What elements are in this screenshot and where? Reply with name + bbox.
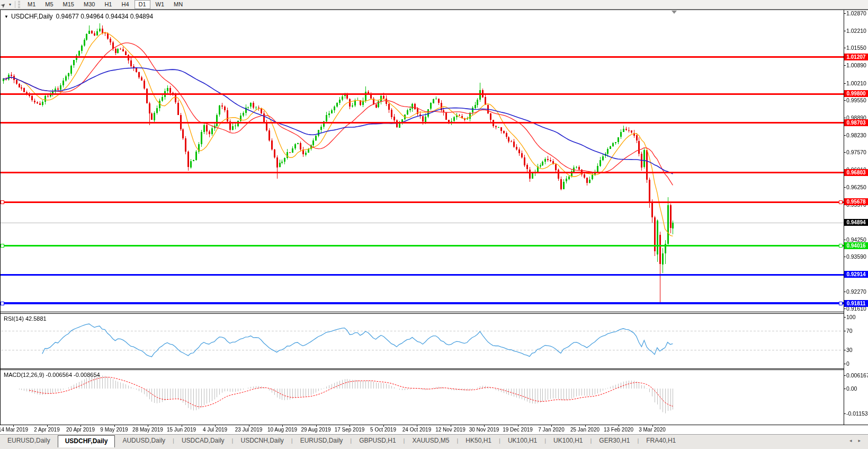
- ohlc-values: 0.94677 0.94964 0.94434 0.94894: [56, 13, 154, 20]
- timeframes-toolbar: ➤ ▾ M1M5M15M30H1H4D1W1MN: [0, 0, 868, 9]
- timeframe-button-m1[interactable]: M1: [23, 0, 40, 9]
- timeframe-buttons: M1M5M15M30H1H4D1W1MN: [23, 0, 187, 9]
- date-axis-label: 19 Dec 2019: [503, 427, 533, 433]
- rsi-axis-label: 100: [846, 314, 868, 320]
- chart-tab-hk50-h1[interactable]: HK50,H1: [458, 435, 499, 446]
- date-axis-label: 24 Oct 2019: [402, 427, 431, 433]
- trading-terminal-window: ➤ ▾ M1M5M15M30H1H4D1W1MN ▼USDCHF,Daily0.…: [0, 0, 868, 449]
- date-axis-label: 13 Feb 2020: [604, 427, 633, 433]
- date-axis-label: 9 May 2019: [100, 427, 128, 433]
- chart-tab-bar: EURUSD,DailyUSDCHF,DailyAUDUSD,Daily|USD…: [0, 434, 868, 449]
- price-axis-label: 1.02870: [846, 10, 868, 16]
- date-axis-label: 30 Nov 2019: [469, 427, 499, 433]
- timeframe-button-m30[interactable]: M30: [79, 0, 99, 9]
- price-axis-label: 1.00210: [846, 80, 868, 86]
- toolbar-separator: [15, 1, 15, 8]
- timeframe-button-h4[interactable]: H4: [117, 0, 133, 9]
- date-axis-label: 14 Mar 2019: [0, 427, 28, 433]
- date-axis-label: 29 Aug 2019: [301, 427, 330, 433]
- chart-tab-usdcnh-daily[interactable]: USDCNH,Daily: [233, 435, 291, 446]
- macd-indicator-label: MACD(12,26,9) -0.006564 -0.008654: [4, 372, 100, 378]
- date-axis-label: 12 Nov 2019: [435, 427, 466, 433]
- price-axis-label: 0.97570: [846, 149, 868, 155]
- date-axis-label: 10 Aug 2019: [267, 427, 297, 433]
- chart-tab-audusd-daily[interactable]: AUDUSD,Daily: [115, 435, 173, 446]
- tab-scroll-left-icon[interactable]: ◂: [849, 438, 852, 449]
- price-axis-label: 1.00890: [846, 62, 868, 68]
- macd-axis-label: 0.00: [846, 385, 868, 392]
- date-axis-label: 3 Mar 2020: [639, 427, 666, 433]
- chart-tab-fra40-h1[interactable]: FRA40,H1: [639, 435, 683, 446]
- chart-tab-gbpusd-h1[interactable]: GBPUSD,H1: [352, 435, 403, 446]
- rsi-axis-label: 0: [846, 360, 868, 367]
- price-badge-0.98703[interactable]: 0.98703: [844, 119, 868, 126]
- chart-tab-usdcad-daily[interactable]: USDCAD,Daily: [174, 435, 232, 446]
- date-axis-label: 4 Jul 2019: [203, 427, 227, 433]
- rsi-indicator-label: RSI(14) 42.5881: [4, 315, 47, 322]
- rsi-axis-label: 30: [846, 347, 868, 353]
- price-axis-label: 0.94250: [846, 236, 868, 243]
- current-price-badge: 0.94894: [844, 219, 868, 226]
- timeframe-button-m5[interactable]: M5: [41, 0, 57, 9]
- price-badge-0.96803[interactable]: 0.96803: [844, 169, 868, 176]
- rsi-axis-label: 70: [846, 328, 868, 334]
- date-axis-label: 25 Jan 2020: [570, 427, 599, 433]
- chart-tab-uk100-h1[interactable]: UK100,H1: [546, 435, 590, 446]
- toolbar-dropdown-caret-icon[interactable]: ▾: [9, 1, 11, 8]
- timeframe-button-w1[interactable]: W1: [151, 0, 169, 9]
- price-axis-label: 0.93590: [846, 253, 868, 260]
- price-axis-label: 0.99550: [846, 97, 868, 103]
- price-axis-label: 1.01550: [846, 45, 868, 51]
- macd-axis-label: -0.011531: [846, 410, 868, 417]
- date-axis-label: 2 Apr 2019: [34, 427, 59, 433]
- macd-axis-label: 0.006167: [846, 372, 868, 378]
- chart-tab-ger30-h1[interactable]: GER30,H1: [592, 435, 637, 446]
- tab-scroll-controls: ◂ ▸: [849, 435, 868, 449]
- date-axis-label: 7 Jan 2020: [538, 427, 565, 433]
- price-axis-label: 1.02210: [846, 28, 868, 34]
- chart-tab-eurusd-daily[interactable]: EURUSD,Daily: [293, 435, 351, 446]
- symbol-collapse-icon[interactable]: ▼: [4, 14, 8, 19]
- date-axis-label: 28 May 2019: [132, 427, 163, 433]
- date-axis-label: 23 Jul 2019: [235, 427, 263, 433]
- price-axis-label: 0.98230: [846, 132, 868, 138]
- price-badge-0.92914[interactable]: 0.92914: [844, 271, 868, 278]
- price-axis-label: 0.96250: [846, 184, 868, 190]
- price-badge-0.95678[interactable]: 0.95678: [844, 198, 868, 205]
- date-axis-label: 17 Sep 2019: [335, 427, 365, 433]
- price-axis-label: 0.92270: [846, 288, 868, 295]
- price-badge-0.91811[interactable]: 0.91811: [844, 300, 868, 307]
- chart-cursor-icon[interactable]: ➤: [0, 0, 10, 10]
- price-chart-canvas[interactable]: [0, 0, 868, 449]
- chart-tab-uk100-h1[interactable]: UK100,H1: [500, 435, 544, 446]
- timeframe-button-m15[interactable]: M15: [59, 0, 78, 9]
- chart-tab-usdchf-daily[interactable]: USDCHF,Daily: [58, 435, 115, 447]
- timeframe-button-h1[interactable]: H1: [100, 0, 116, 9]
- price-badge-0.94016[interactable]: 0.94016: [844, 242, 868, 249]
- date-axis-label: 20 Apr 2019: [66, 427, 95, 433]
- date-axis-label: 15 Jun 2019: [167, 427, 196, 433]
- timeframe-button-d1[interactable]: D1: [135, 0, 150, 9]
- toolbar-grip[interactable]: [18, 1, 20, 8]
- chart-tab-eurusd-daily[interactable]: EURUSD,Daily: [0, 435, 58, 446]
- price-badge-0.99800[interactable]: 0.99800: [844, 90, 868, 97]
- chart-title: ▼USDCHF,Daily0.94677 0.94964 0.94434 0.9…: [4, 13, 153, 20]
- tab-scroll-right-icon[interactable]: ▸: [858, 438, 861, 449]
- timeframe-button-mn[interactable]: MN: [169, 0, 187, 9]
- symbol-label: USDCHF,Daily: [11, 13, 53, 20]
- price-badge-1.01207[interactable]: 1.01207: [844, 54, 868, 60]
- chart-tab-xauusd-m5[interactable]: XAUUSD,M5: [405, 435, 457, 446]
- date-axis-label: 5 Oct 2019: [370, 427, 396, 433]
